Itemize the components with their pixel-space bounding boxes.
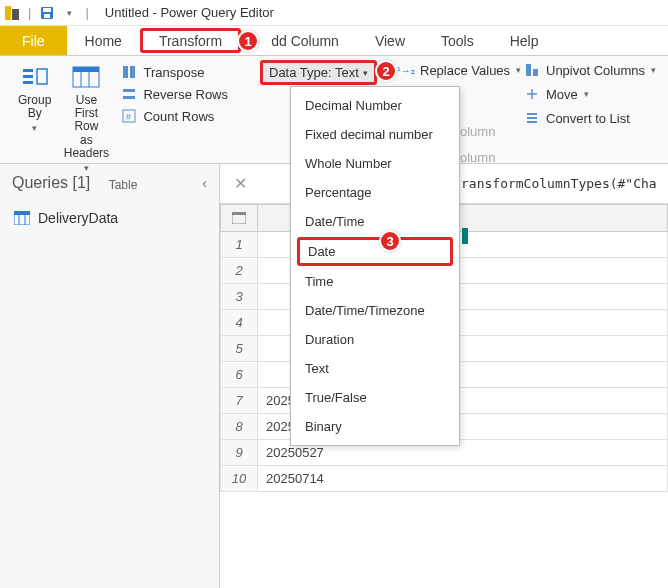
chevron-down-icon: ▾	[32, 124, 37, 134]
chevron-down-icon: ▾	[584, 89, 589, 99]
row-header[interactable]: 6	[220, 362, 258, 388]
queries-pane: Queries [1] ‹ DeliveryData	[0, 164, 220, 588]
menu-item-date[interactable]: Date	[297, 237, 453, 266]
document-name: Untitled	[105, 5, 149, 20]
replace-values-button[interactable]: ¹→₂ Replace Values ▾	[394, 60, 525, 80]
svg-rect-16	[123, 96, 135, 99]
replace-icon: ¹→₂	[398, 62, 414, 78]
hidden-text-olumn1: olumn	[460, 124, 495, 139]
tab-help[interactable]: Help	[492, 26, 557, 55]
data-type-menu: Decimal Number Fixed decimal number Whol…	[290, 86, 460, 446]
svg-rect-14	[130, 66, 135, 78]
reverse-label: Reverse Rows	[143, 87, 228, 102]
use-first-row-label: Use First Row as Headers	[63, 94, 109, 160]
ribbon-group-table: Group By ▾ Use First Row as Headers ▾ Tr…	[8, 60, 238, 159]
group-by-icon	[19, 64, 51, 90]
row-header[interactable]: 10	[220, 466, 258, 492]
svg-rect-6	[23, 75, 33, 78]
row-header[interactable]: 5	[220, 336, 258, 362]
group-by-label: Group By	[18, 94, 51, 120]
svg-rect-22	[527, 117, 537, 119]
menu-item-percentage[interactable]: Percentage	[291, 178, 459, 207]
move-button[interactable]: Move ▾	[520, 84, 593, 104]
tab-tools[interactable]: Tools	[423, 26, 492, 55]
row-header-column: 12345678910	[220, 204, 258, 492]
tab-home[interactable]: Home	[67, 26, 140, 55]
reverse-icon	[121, 86, 137, 102]
move-label: Move	[546, 87, 578, 102]
convert-label: Convert to List	[546, 111, 630, 126]
menu-item-whole-number[interactable]: Whole Number	[291, 149, 459, 178]
table-icon	[232, 212, 246, 224]
app-name: Power Query Editor	[160, 5, 273, 20]
chevron-down-icon: ▾	[651, 65, 656, 75]
menu-item-binary[interactable]: Binary	[291, 412, 459, 441]
qat-dropdown-icon[interactable]: ▾	[61, 5, 77, 21]
tab-file[interactable]: File	[0, 26, 67, 55]
data-type-label: Data Type: Text	[269, 65, 359, 80]
menu-item-decimal[interactable]: Decimal Number	[291, 91, 459, 120]
query-item-deliverydata[interactable]: DeliveryData	[0, 202, 219, 234]
unpivot-button[interactable]: Unpivot Columns ▾	[520, 60, 660, 80]
svg-rect-20	[533, 69, 538, 76]
chevron-down-icon: ▾	[363, 68, 368, 78]
callout-badge-3: 3	[379, 230, 401, 252]
transpose-label: Transpose	[143, 65, 204, 80]
count-rows-button[interactable]: # Count Rows	[117, 106, 232, 126]
window-title: Untitled - Power Query Editor	[105, 5, 274, 20]
tab-view[interactable]: View	[357, 26, 423, 55]
convert-to-list-button[interactable]: Convert to List	[520, 108, 634, 128]
row-header[interactable]: 9	[220, 440, 258, 466]
menu-item-fixed-decimal[interactable]: Fixed decimal number	[291, 120, 459, 149]
svg-rect-4	[44, 14, 50, 18]
callout-badge-2: 2	[375, 60, 397, 82]
use-first-row-button[interactable]: Use First Row as Headers ▾	[59, 60, 113, 178]
list-icon	[524, 110, 540, 126]
cancel-formula-icon[interactable]: ✕	[228, 174, 253, 193]
svg-rect-13	[123, 66, 128, 78]
query-name: DeliveryData	[38, 210, 118, 226]
app-icon	[4, 5, 20, 21]
svg-rect-0	[5, 6, 11, 20]
table-header-icon	[70, 64, 102, 90]
menu-item-truefalse[interactable]: True/False	[291, 383, 459, 412]
row-header[interactable]: 7	[220, 388, 258, 414]
row-header[interactable]: 8	[220, 414, 258, 440]
title-bar: | ▾ | Untitled - Power Query Editor	[0, 0, 668, 26]
row-header[interactable]: 4	[220, 310, 258, 336]
svg-rect-23	[527, 121, 537, 123]
row-header[interactable]: 1	[220, 232, 258, 258]
title-separator: |	[85, 5, 88, 20]
column-selection-indicator	[462, 228, 468, 244]
reverse-rows-button[interactable]: Reverse Rows	[117, 84, 232, 104]
move-icon	[524, 86, 540, 102]
menu-item-text[interactable]: Text	[291, 354, 459, 383]
callout-badge-1: 1	[237, 30, 259, 52]
tab-transform[interactable]: Transform	[140, 28, 241, 53]
menu-item-time[interactable]: Time	[291, 267, 459, 296]
svg-rect-15	[123, 89, 135, 92]
replace-label: Replace Values	[420, 63, 510, 78]
row-header[interactable]: 2	[220, 258, 258, 284]
data-cell[interactable]: 20250714	[258, 466, 668, 492]
save-icon[interactable]	[39, 5, 55, 21]
svg-rect-21	[527, 113, 537, 115]
menu-item-datetime[interactable]: Date/Time	[291, 207, 459, 236]
ribbon-tabs: File Home Transform dd Column View Tools…	[0, 26, 668, 56]
menu-item-duration[interactable]: Duration	[291, 325, 459, 354]
ribbon-right-group: Unpivot Columns ▾ Move ▾ Convert to List	[520, 60, 660, 128]
svg-rect-8	[37, 69, 47, 84]
group-by-button[interactable]: Group By ▾	[14, 60, 55, 178]
data-type-dropdown-button[interactable]: Data Type: Text ▾	[260, 60, 377, 85]
svg-rect-10	[73, 67, 99, 72]
count-label: Count Rows	[143, 109, 214, 124]
svg-rect-25	[14, 211, 30, 215]
group-label-table: Table	[109, 178, 138, 194]
menu-item-dtz[interactable]: Date/Time/Timezone	[291, 296, 459, 325]
hidden-text-olumn2: olumn	[460, 150, 495, 165]
svg-rect-5	[23, 69, 33, 72]
row-header[interactable]: 3	[220, 284, 258, 310]
corner-cell[interactable]	[220, 204, 258, 232]
svg-text:#: #	[126, 112, 131, 122]
transpose-button[interactable]: Transpose	[117, 62, 232, 82]
